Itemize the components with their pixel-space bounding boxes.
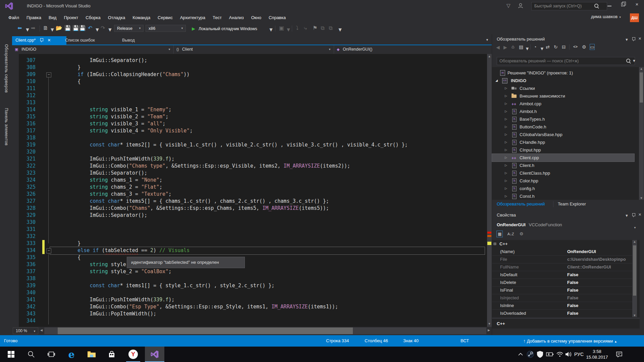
tree-item-clientclass-hpp[interactable]: ▷hClientClass.hpp — [492, 169, 634, 177]
line-number[interactable]: 329 — [18, 212, 36, 219]
menu-item-10[interactable]: Анализ — [225, 13, 248, 22]
property-row-isinjected[interactable]: IsInjectedFalse — [492, 294, 632, 302]
tree-item-внешние-зависимости[interactable]: ▷Внешние зависимости — [492, 92, 634, 100]
scroll-left-arrow[interactable]: ◀ — [40, 328, 43, 332]
line-number[interactable]: 311 — [18, 85, 36, 92]
code-line[interactable]: ImGui::PopItemWidth(); — [53, 310, 156, 317]
property-value[interactable]: c:\Users\dshav\Desktop\про — [567, 255, 632, 263]
line-number[interactable]: 339 — [18, 282, 36, 289]
tree-item-const-h[interactable]: ▷hConst.h — [492, 192, 634, 200]
tree-item-aimbot-cpp[interactable]: ▷++Aimbot.cpp — [492, 100, 634, 108]
panel-pin-icon[interactable] — [632, 37, 635, 40]
navigate-forward-icon[interactable]: ➡ — [31, 25, 35, 31]
tree-item-project[interactable]: ◢++INDIGO — [492, 77, 634, 84]
tab-client-cpp[interactable]: Client.cpp* ✕ — [12, 36, 66, 45]
solution-search-icon[interactable] — [626, 59, 630, 63]
line-number[interactable]: 336 — [18, 261, 36, 268]
undo-icon[interactable]: ↶ — [88, 25, 92, 31]
property-value[interactable]: False — [567, 302, 632, 309]
code-line[interactable]: ImGui::Combo("Chams", &Settings::Esp::es… — [53, 205, 329, 212]
line-number[interactable]: 326 — [18, 191, 36, 198]
line-number[interactable]: 320 — [18, 148, 36, 156]
save-all-icon[interactable]: 💾💾 — [72, 25, 86, 31]
expander-icon[interactable]: ◢ — [495, 77, 498, 84]
line-number[interactable]: 321 — [18, 156, 36, 163]
code-line[interactable]: } — [53, 64, 80, 71]
menu-item-3[interactable]: Проект — [60, 13, 82, 22]
line-number[interactable]: 322 — [18, 163, 36, 170]
code-line[interactable]: ImGui::Separator(); — [53, 57, 147, 64]
yandex-browser-button[interactable]: Y — [123, 347, 143, 362]
code-line[interactable]: const char* items5[] = { chams_1.c_str()… — [53, 198, 329, 205]
tree-item-config-h[interactable]: ▷hconfig.h — [492, 185, 634, 192]
line-number[interactable]: 340 — [18, 289, 36, 296]
menu-item-11[interactable]: Окно — [248, 13, 265, 22]
tree-item-buttoncode-h[interactable]: ▷hButtonCode.h — [492, 123, 634, 131]
uncomment-icon[interactable]: ⧉ — [329, 25, 332, 31]
props-scroll-up[interactable]: ▲ — [632, 240, 637, 243]
code-line[interactable]: ImGui::Separator(); — [53, 212, 147, 219]
tab-error-list[interactable]: Список ошибок — [62, 36, 98, 45]
scroll-right-arrow[interactable]: ▶ — [488, 328, 490, 332]
se-sync-icon[interactable]: ⇄ — [546, 44, 550, 50]
property-value[interactable]: False — [567, 286, 632, 294]
menu-item-4[interactable]: Сборка — [82, 13, 104, 22]
attach-caret[interactable]: ▼ — [286, 27, 291, 33]
start-button[interactable] — [1, 347, 21, 362]
line-number[interactable]: 310 — [18, 78, 36, 85]
tree-item-cglobalvarsbase-hpp[interactable]: ▷hCGlobalVarsBase.hpp — [492, 131, 634, 138]
zoom-level-combo[interactable]: 100 % ▼ — [13, 327, 38, 334]
line-number[interactable]: 337 — [18, 268, 36, 275]
tree-item-client-h[interactable]: ▷hClient.h — [492, 162, 634, 169]
code-line[interactable]: ImGui::Separator(); — [53, 170, 147, 177]
expander-icon[interactable]: ▷ — [505, 92, 507, 100]
scroll-down-arrow[interactable]: ▼ — [487, 322, 491, 325]
nav-member-dropdown[interactable]: ◆ OnRenderGUI() — [334, 45, 492, 54]
line-number[interactable]: 309 — [18, 71, 36, 78]
solution-search-input[interactable]: Обозреватель решений — поиск (Ctrl+ж) — [497, 57, 635, 65]
se-switch-views-icon[interactable]: ▤ — [519, 44, 523, 50]
se-home-icon[interactable]: ⌂ — [512, 44, 514, 49]
expander-icon[interactable]: ▷ — [505, 154, 507, 162]
tray-chevron-icon[interactable] — [518, 347, 523, 362]
property-value[interactable]: OnRenderGUI — [567, 248, 632, 255]
close-tab-icon[interactable]: ✕ — [47, 38, 51, 43]
platform-combo[interactable]: x86 ▼ — [146, 25, 186, 32]
line-number[interactable]: 313 — [18, 99, 36, 106]
property-value[interactable]: False — [567, 271, 632, 279]
expander-icon[interactable]: ▷ — [505, 84, 507, 92]
visual-studio-taskbar-button[interactable] — [145, 347, 164, 362]
tree-scroll-down[interactable]: ▼ — [639, 196, 644, 200]
property-row-file[interactable]: Filec:\Users\dshav\Desktop\про — [492, 255, 632, 263]
code-line[interactable]: ImGui::Combo("Esp Type", &Settings::Esp:… — [53, 303, 338, 310]
debugger-target-caret[interactable]: ▼ — [268, 27, 274, 33]
se-refresh-icon[interactable]: ↻ — [554, 44, 558, 50]
tab-team-explorer[interactable]: Team Explorer — [558, 200, 586, 208]
expander-icon[interactable]: ▷ — [505, 192, 507, 200]
line-number[interactable]: 335 — [18, 254, 36, 261]
undo-caret[interactable]: ▼ — [95, 27, 100, 33]
menu-item-2[interactable]: Вид — [45, 13, 60, 22]
wifi-tray-icon[interactable] — [556, 347, 564, 362]
line-number[interactable]: 343 — [18, 310, 36, 317]
props-scroll-down[interactable]: ▼ — [632, 314, 637, 317]
property-value[interactable]: False — [567, 309, 632, 317]
code-line[interactable]: const char* items1[] = { style_1.c_str()… — [53, 282, 274, 289]
nav-type-dropdown[interactable]: {} Client ▼ — [174, 45, 334, 54]
tree-scroll-up[interactable]: ▲ — [639, 67, 644, 70]
code-line[interactable]: ImGui::Combo("Chams type", &Settings::Es… — [53, 163, 350, 170]
line-number[interactable]: 331 — [18, 226, 36, 233]
tab-solution-explorer[interactable]: Обозреватель решений — [497, 200, 545, 208]
expander-icon[interactable]: ▷ — [505, 108, 507, 115]
tree-item-basetypes-h[interactable]: ▷hBaseTypes.h — [492, 115, 634, 123]
solution-search-caret[interactable]: ▼ — [632, 59, 636, 63]
code-line[interactable]: { — [53, 78, 80, 85]
line-number[interactable]: 327 — [18, 198, 36, 205]
properties-close-icon[interactable]: ✕ — [638, 213, 641, 217]
se-switch-views-caret[interactable]: ▼ — [525, 46, 530, 51]
properties-menu-caret[interactable]: ▼ — [625, 214, 629, 218]
expander-icon[interactable]: ▷ — [505, 162, 507, 169]
sidebar-tab-toolbox[interactable]: Панель элементов — [1, 108, 9, 145]
close-button[interactable]: × — [631, 0, 643, 9]
line-number[interactable]: 332 — [18, 233, 36, 240]
